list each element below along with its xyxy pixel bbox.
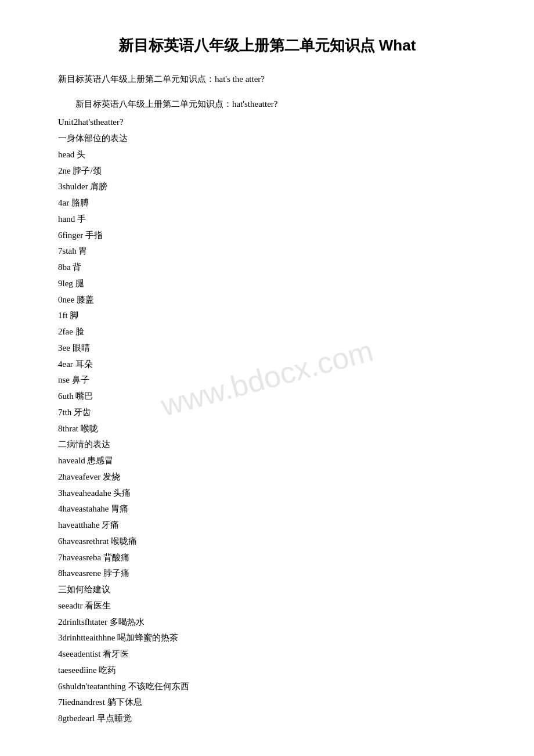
list-item: 8gtbedearl 早点睡觉 <box>58 711 476 727</box>
list-item: 3drinhtteaithhne 喝加蜂蜜的热茶 <box>58 630 476 646</box>
list-item: 3ee 眼睛 <box>58 340 476 357</box>
list-item: 7stah 胃 <box>58 243 476 260</box>
list-item: haveatthahe 牙痛 <box>58 517 476 534</box>
list-item: head 头 <box>58 147 476 163</box>
list-item: 4ar 胳膊 <box>58 195 476 211</box>
list-item: 8ba 背 <box>58 260 476 276</box>
list-item: 2fae 脸 <box>58 324 476 340</box>
subtitle-line: 新目标英语八年级上册第二单元知识点：hat's the atter? <box>58 72 476 86</box>
list-item: 7haveasreba 背酸痛 <box>58 550 476 566</box>
list-item: 6uth 嘴巴 <box>58 388 476 405</box>
list-item: haveald 患感冒 <box>58 453 476 469</box>
list-item: 3shulder 肩膀 <box>58 179 476 195</box>
list-item: seeadtr 看医生 <box>58 598 476 614</box>
content-block: Unit2hat'stheatter?一身体部位的表达head 头2ne 脖子/… <box>58 114 476 727</box>
list-item: 2drinltsfhtater 多喝热水 <box>58 614 476 631</box>
page-title: 新目标英语八年级上册第二单元知识点 What <box>58 35 476 56</box>
list-item: 7liednandrest 躺下休息 <box>58 694 476 711</box>
list-item: 一身体部位的表达 <box>58 131 476 147</box>
list-item: 6finger 手指 <box>58 228 476 244</box>
list-item: 二病情的表达 <box>58 437 476 453</box>
list-item: hand 手 <box>58 211 476 228</box>
intro-indent: 新目标英语八年级上册第二单元知识点：hat'stheatter? <box>58 96 476 112</box>
list-item: Unit2hat'stheatter? <box>58 114 476 131</box>
list-item: 4haveastahahe 胃痛 <box>58 501 476 517</box>
list-item: 6haveasrethrat 喉咙痛 <box>58 534 476 550</box>
list-item: 9leg 腿 <box>58 276 476 292</box>
list-item: 三如何给建议 <box>58 582 476 598</box>
list-item: 8thrat 喉咙 <box>58 421 476 437</box>
list-item: 7tth 牙齿 <box>58 405 476 421</box>
list-item: nse 鼻子 <box>58 372 476 388</box>
list-item: 0nee 膝盖 <box>58 292 476 308</box>
list-item: 4seeadentist 看牙医 <box>58 646 476 663</box>
list-item: 2haveafever 发烧 <box>58 469 476 485</box>
list-item: 6shuldn'teatanthing 不该吃任何东西 <box>58 679 476 695</box>
list-item: 4ear 耳朵 <box>58 357 476 373</box>
list-item: 3haveaheadahe 头痛 <box>58 485 476 502</box>
list-item: 1ft 脚 <box>58 308 476 324</box>
list-item: taeseediine 吃药 <box>58 663 476 679</box>
list-item: 8haveasrene 脖子痛 <box>58 566 476 582</box>
list-item: 2ne 脖子/颈 <box>58 163 476 179</box>
